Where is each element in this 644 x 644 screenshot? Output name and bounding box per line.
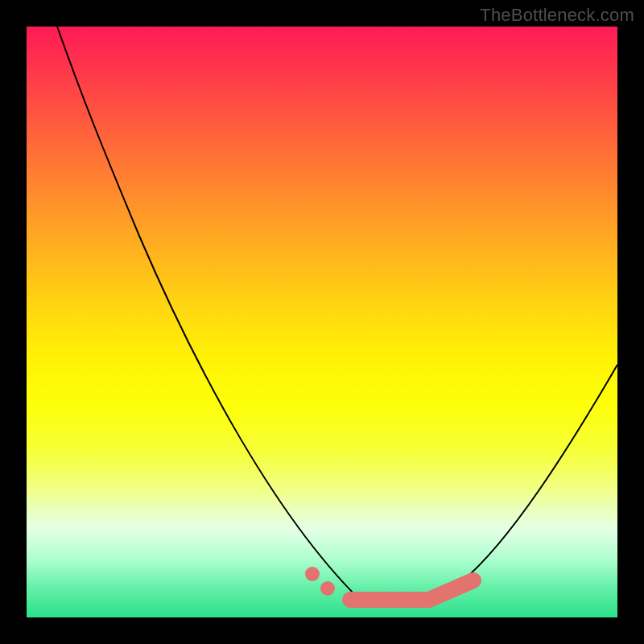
highlight-segment: [350, 580, 473, 600]
chart-stage: TheBottleneck.com: [0, 0, 644, 644]
highlight-dot-2: [320, 581, 335, 596]
highlight-dot-1: [305, 567, 320, 581]
watermark-text: TheBottleneck.com: [480, 5, 634, 26]
bottleneck-curve: [57, 27, 617, 603]
chart-svg: [27, 27, 617, 617]
